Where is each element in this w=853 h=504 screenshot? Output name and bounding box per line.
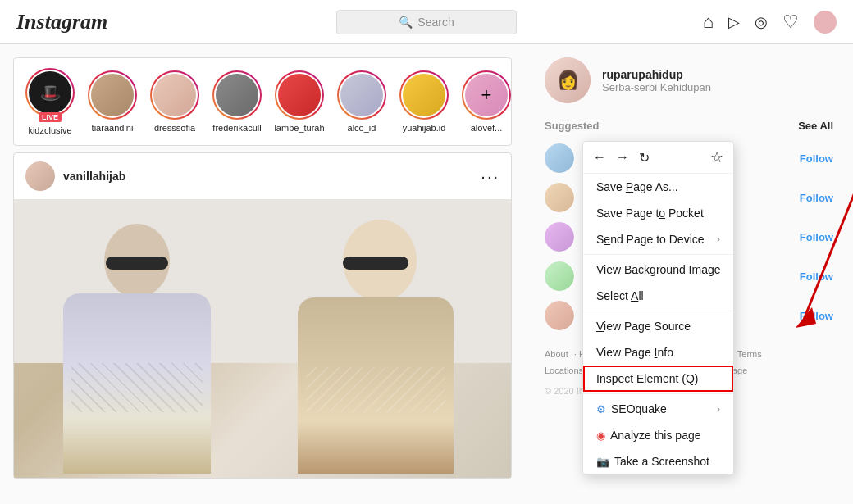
context-menu: ← → ↻ ☆ Save Page As... Save Page to Poc… [582,141,734,475]
search-icon: 🔍 [399,16,413,29]
header-icons: ⌂ ▷ ◎ ♡ [703,11,837,34]
story-avatar-img: 🎩 [29,71,71,114]
heart-icon[interactable]: ♡ [782,11,799,33]
context-menu-header: ← → ↻ ☆ [583,142,733,174]
story-item[interactable]: dresssofia [145,70,204,133]
inspect-element-item[interactable]: Inspect Element (Q) [583,366,733,392]
suggested-avatar [545,183,574,212]
menu-separator [583,393,733,394]
search-bar[interactable]: 🔍 Search [336,10,517,34]
stories-container: 🎩 LIVE kidzclusive tiaraandini [13,57,512,146]
suggested-title: Suggested [545,120,599,132]
story-avatar-wrapper [150,70,199,120]
save-page-as-item[interactable]: Save Page As... [583,174,733,200]
post: vanillahijab ··· [13,152,512,479]
follow-button[interactable]: Follow [800,270,833,283]
story-avatar-wrapper [275,70,324,120]
suggested-avatar [545,143,574,173]
suggested-avatar [545,222,574,252]
see-all-button[interactable]: See All [798,120,833,132]
story-item[interactable]: alco_id [332,70,391,133]
save-page-to-pocket-label: Save Page to Pocket [596,207,704,220]
live-badge: LIVE [39,112,62,122]
view-page-info-label: View Page Info [596,346,673,359]
story-avatar-inner [152,72,198,118]
feed: 🎩 LIVE kidzclusive tiaraandini [0,44,525,504]
inspect-element-label: Inspect Element (Q) [596,372,699,385]
footer-link[interactable]: Terms [737,349,762,359]
save-page-to-pocket-item[interactable]: Save Page to Pocket [583,200,733,226]
story-label: alco_id [348,123,376,133]
story-avatar-inner [89,72,135,118]
footer-link[interactable]: About [545,349,568,359]
profile-avatar[interactable]: 👩 [545,57,591,103]
story-label: tiaraandini [92,123,134,133]
analyze-page-content: ◉ Analyze this page [596,429,701,442]
screenshot-icon: 📷 [596,456,609,468]
take-screenshot-item[interactable]: 📷 Take a Screenshot [583,448,733,474]
story-avatar-inner: + [463,72,509,118]
story-item[interactable]: frederikacull [208,70,267,133]
footer-link[interactable]: Locations [545,366,583,375]
story-avatar-wrapper [399,70,449,120]
follow-button[interactable]: Follow [800,231,833,243]
follow-button[interactable]: Follow [800,310,833,322]
analyze-page-label: Analyze this page [610,429,701,442]
post-avatar [25,161,55,191]
story-avatar-inner [401,72,447,118]
user-avatar[interactable] [814,11,837,34]
story-label: yuahijab.id [403,123,446,133]
seoquake-content: ⚙ SEOquake [596,402,667,415]
story-label: kidzclusive [28,125,71,135]
view-page-info-item[interactable]: View Page Info [583,339,733,366]
view-page-source-label: View Page Source [596,320,691,333]
compass-icon[interactable]: ◎ [755,13,768,31]
send-page-to-device-item[interactable]: Send Page to Device › [583,226,733,252]
analyze-page-item[interactable]: ◉ Analyze this page [583,422,733,448]
view-background-image-item[interactable]: View Background Image [583,257,733,283]
suggested-avatar [545,261,574,291]
take-screenshot-label: Take a Screenshot [614,455,709,468]
view-page-source-item[interactable]: View Page Source [583,313,733,339]
back-icon[interactable]: ← [593,150,606,165]
post-image [14,199,511,478]
take-screenshot-content: 📷 Take a Screenshot [596,455,709,468]
story-item[interactable]: 🎩 LIVE kidzclusive [21,68,80,135]
seoquake-icon: ⚙ [596,403,606,415]
menu-separator [583,311,733,311]
suggested-avatar [545,301,574,330]
menu-separator [583,254,733,255]
story-item[interactable]: lambe_turah [270,70,329,133]
post-header: vanillahijab ··· [14,153,511,199]
seoquake-item[interactable]: ⚙ SEOquake › [583,396,733,422]
follow-button[interactable]: Follow [800,152,833,165]
forward-icon[interactable]: → [616,150,629,165]
story-item[interactable]: tiaraandini [83,70,142,133]
search-placeholder: Search [417,16,454,29]
post-username: vanillahijab [63,170,472,183]
follow-button[interactable]: Follow [800,192,833,204]
post-more-button[interactable]: ··· [481,167,499,186]
story-item[interactable]: + alovef... [457,70,512,133]
refresh-icon[interactable]: ↻ [639,150,650,166]
story-avatar-wrapper [337,70,386,120]
profile-tagline: Serba-serbi Kehidupan [602,81,711,93]
story-avatar-inner [214,72,260,118]
story-avatar-inner [276,72,322,118]
story-label: dresssofia [154,123,195,133]
story-avatar-wrapper [88,70,137,120]
profile-section: 👩 ruparupahidup Serba-serbi Kehidupan [545,57,833,103]
home-icon[interactable]: ⌂ [703,11,714,33]
story-avatar-wrapper: 🎩 [25,68,75,117]
story-avatar-wrapper [212,70,262,120]
select-all-item[interactable]: Select All [583,283,733,309]
story-item[interactable]: yuahijab.id [395,70,454,133]
story-label: lambe_turah [274,123,324,133]
save-page-as-label: Save Page As... [596,180,678,193]
seoquake-label: SEOquake [611,402,667,415]
story-avatar-wrapper: + [462,70,511,120]
view-background-image-label: View Background Image [596,263,721,276]
bookmark-icon[interactable]: ☆ [710,148,723,166]
header: Instagram 🔍 Search ⌂ ▷ ◎ ♡ [0,0,853,44]
send-icon[interactable]: ▷ [728,13,740,31]
